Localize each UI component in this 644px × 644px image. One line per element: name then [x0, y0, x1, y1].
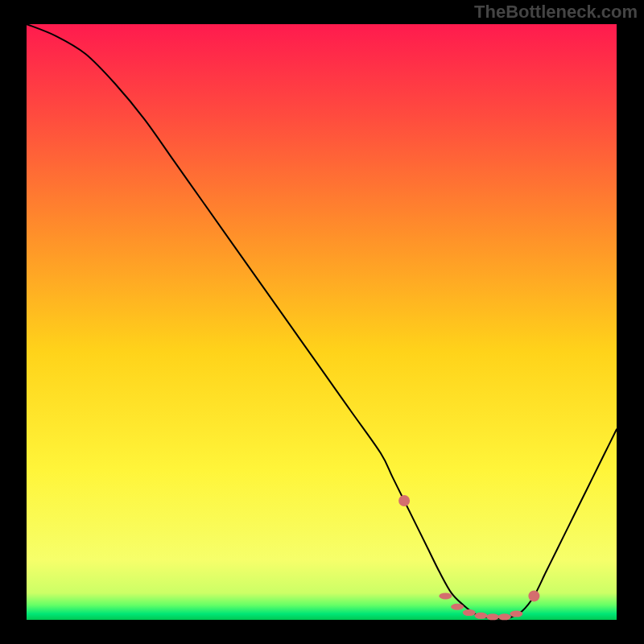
valley-marker [498, 613, 511, 620]
valley-marker [528, 590, 539, 601]
valley-marker [439, 592, 452, 599]
valley-marker [451, 604, 464, 610]
valley-marker [463, 609, 476, 616]
watermark-text: TheBottleneck.com [474, 2, 638, 23]
bottleneck-curve-chart [0, 0, 644, 644]
valley-marker [486, 613, 499, 620]
valley-marker [398, 495, 410, 506]
valley-marker [474, 613, 487, 619]
chart-container: TheBottleneck.com [0, 0, 644, 644]
valley-marker [510, 611, 522, 617]
plot-background [27, 24, 617, 620]
